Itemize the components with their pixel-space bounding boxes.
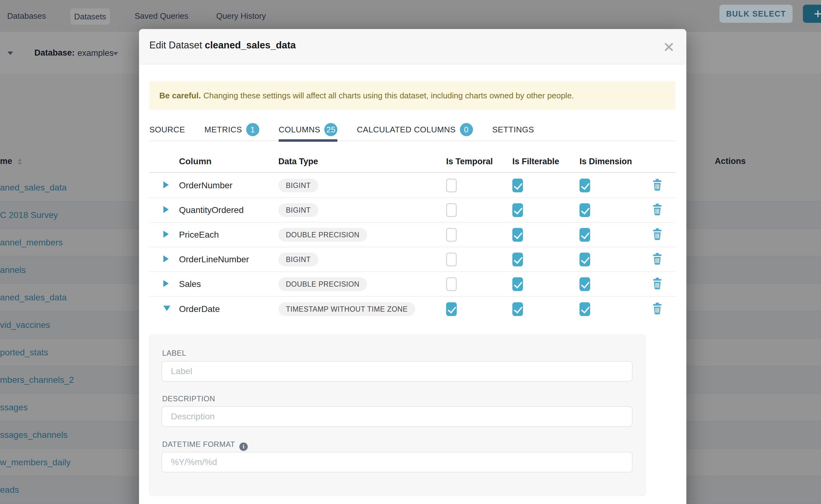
nav-item-saved-queries[interactable]: Saved Queries [135, 0, 188, 32]
expand-caret-icon[interactable] [163, 206, 169, 213]
dataset-link[interactable]: ssages [0, 403, 28, 413]
is-filterable-checkbox[interactable] [512, 228, 523, 242]
modal-title-dataset-name: cleaned_sales_data [205, 40, 296, 51]
delete-icon[interactable] [652, 228, 663, 240]
collapse-caret-icon[interactable] [163, 306, 170, 311]
modal-header: Edit Dataset cleaned_sales_data [139, 29, 686, 64]
modal-tabs: SOURCE METRICS 1 COLUMNS 25 CALCULATED C… [149, 118, 675, 141]
column-header-name[interactable]: me [0, 156, 12, 166]
tab-columns[interactable]: COLUMNS 25 [279, 118, 338, 141]
tab-label: SOURCE [149, 125, 185, 135]
dataset-link[interactable]: mbers_channels_2 [0, 375, 74, 385]
tab-source[interactable]: SOURCE [149, 118, 185, 141]
expand-caret-icon[interactable] [163, 255, 169, 262]
column-name: OrderLineNumber [179, 254, 278, 264]
modal-title-prefix: Edit Dataset [149, 40, 202, 51]
tab-calculated-columns[interactable]: CALCULATED COLUMNS 0 [357, 118, 473, 141]
is-filterable-checkbox[interactable] [512, 179, 523, 192]
delete-icon[interactable] [652, 203, 663, 216]
columns-table-header: Column Data Type Is Temporal Is Filterab… [149, 151, 675, 173]
delete-icon[interactable] [652, 277, 663, 290]
nav-item-query-history[interactable]: Query History [216, 0, 266, 32]
modal-title: Edit Dataset cleaned_sales_data [149, 40, 296, 51]
database-filter-label: Database: [34, 48, 75, 58]
delete-icon[interactable] [652, 179, 663, 191]
is-dimension-checkbox[interactable] [580, 253, 590, 266]
info-icon[interactable]: i [239, 442, 248, 451]
column-row: Sales DOUBLE PRECISION [149, 272, 675, 297]
is-filterable-checkbox[interactable] [512, 302, 523, 316]
data-type-pill: TIMESTAMP WITHOUT TIME ZONE [278, 302, 415, 316]
column-name: QuantityOrdered [179, 205, 278, 215]
tab-label: COLUMNS [279, 125, 320, 135]
dataset-link[interactable]: vid_vaccines [0, 320, 50, 330]
dataset-link[interactable]: ported_stats [0, 348, 48, 358]
description-input[interactable] [161, 406, 633, 427]
columns-table-rows: OrderNumber BIGINT QuantityOrdered BIGIN… [149, 173, 675, 321]
column-row: QuantityOrdered BIGINT [149, 198, 675, 223]
is-filterable-checkbox[interactable] [512, 277, 523, 291]
chevron-down-icon[interactable] [113, 52, 118, 55]
warning-banner: Be careful. Changing these settings will… [149, 81, 675, 110]
dataset-link[interactable]: eads [0, 485, 19, 495]
tab-label: CALCULATED COLUMNS [357, 125, 456, 135]
nav-item-datasets[interactable]: Datasets [70, 8, 110, 25]
is-temporal-checkbox[interactable] [446, 302, 457, 316]
column-header-actions: Actions [715, 156, 746, 166]
expand-caret-icon[interactable] [163, 280, 169, 287]
is-temporal-checkbox[interactable] [446, 277, 457, 291]
sort-icon[interactable] [18, 159, 22, 165]
delete-icon[interactable] [652, 253, 663, 265]
header-data-type: Data Type [278, 157, 446, 166]
nav-item-databases[interactable]: Databases [7, 0, 46, 32]
tab-count-badge: 0 [460, 123, 473, 136]
is-dimension-checkbox[interactable] [580, 302, 590, 316]
column-editor-panel: LABEL DESCRIPTION DATETIME FORMATi [149, 334, 645, 496]
is-dimension-checkbox[interactable] [580, 179, 590, 192]
tab-count-badge: 25 [324, 123, 337, 136]
chevron-down-icon[interactable] [7, 52, 13, 55]
label-input[interactable] [161, 361, 633, 382]
edit-dataset-modal: Edit Dataset cleaned_sales_data Be caref… [139, 29, 686, 504]
datetime-format-field-label: DATETIME FORMATi [162, 440, 248, 451]
tab-label: METRICS [204, 125, 242, 135]
database-filter-value[interactable]: examples [77, 48, 114, 58]
close-icon[interactable] [664, 42, 674, 52]
is-filterable-checkbox[interactable] [512, 203, 523, 217]
dataset-link[interactable]: annels [0, 265, 26, 275]
dataset-link[interactable]: annel_members [0, 238, 63, 248]
tab-settings[interactable]: SETTINGS [492, 118, 534, 141]
datetime-format-label-text: DATETIME FORMAT [162, 440, 235, 448]
datetime-format-input[interactable] [161, 452, 633, 472]
is-temporal-checkbox[interactable] [446, 228, 457, 242]
dataset-link[interactable]: aned_sales_data [0, 293, 67, 303]
is-temporal-checkbox[interactable] [446, 203, 457, 217]
tab-label: SETTINGS [492, 125, 534, 135]
tab-metrics[interactable]: METRICS 1 [204, 118, 259, 141]
is-dimension-checkbox[interactable] [580, 277, 590, 291]
is-filterable-checkbox[interactable] [512, 253, 523, 266]
tab-count-badge: 1 [246, 123, 259, 136]
data-type-pill: BIGINT [278, 253, 318, 266]
dataset-link[interactable]: w_members_daily [0, 457, 71, 467]
dataset-link[interactable]: C 2018 Survey [0, 210, 58, 220]
expand-caret-icon[interactable] [163, 181, 169, 188]
data-type-pill: DOUBLE PRECISION [278, 277, 367, 291]
dataset-link[interactable]: aned_sales_data [0, 183, 67, 193]
column-name: OrderNumber [179, 180, 278, 190]
column-row-expanded: OrderDate TIMESTAMP WITHOUT TIME ZONE [149, 297, 675, 321]
column-row: PriceEach DOUBLE PRECISION [149, 223, 675, 247]
data-type-pill: BIGINT [278, 203, 318, 217]
bulk-select-button[interactable]: BULK SELECT [720, 5, 793, 23]
is-dimension-checkbox[interactable] [580, 203, 590, 217]
is-temporal-checkbox[interactable] [446, 253, 457, 266]
label-field-label: LABEL [162, 349, 186, 358]
warning-text: Changing these settings will affect all … [203, 91, 574, 101]
delete-icon[interactable] [652, 302, 663, 315]
is-temporal-checkbox[interactable] [446, 179, 457, 192]
dataset-link[interactable]: ssages_channels [0, 430, 67, 440]
is-dimension-checkbox[interactable] [580, 228, 590, 242]
expand-caret-icon[interactable] [163, 231, 169, 238]
column-row: OrderLineNumber BIGINT [149, 247, 675, 272]
add-dataset-button[interactable]: + [803, 5, 821, 23]
